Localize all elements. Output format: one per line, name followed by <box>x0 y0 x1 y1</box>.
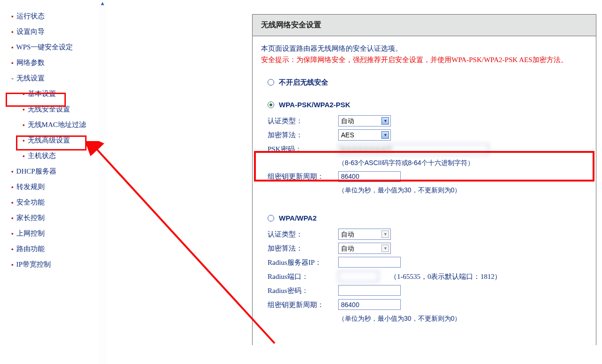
radius-ip-label: Radius服务器IP： <box>268 257 338 268</box>
bullet-icon: • <box>23 106 25 113</box>
radio-wpa-label: WPA/WPA2 <box>279 213 317 224</box>
nav-wireless-basic[interactable]: •基本设置 <box>0 86 99 102</box>
main-content: 无线网络安全设置 本页面设置路由器无线网络的安全认证选项。 安全提示：为保障网络… <box>107 0 602 364</box>
radio-disable-label: 不开启无线安全 <box>279 77 328 88</box>
wpa-rekey-hint: （单位为秒，最小值为30，不更新则为0） <box>338 313 587 324</box>
sidebar: •运行状态 •设置向导 •WPS一键安全设定 •网络参数 -无线设置 •基本设置… <box>0 0 99 364</box>
wpa-auth-label: 认证类型： <box>268 229 338 240</box>
psk-password-input[interactable]: ● ● ● ● ● ● ● ● 9 <box>338 144 489 155</box>
nav-forwarding[interactable]: •转发规则 <box>0 179 99 195</box>
wpapsk-enc-select[interactable]: AES ▾ <box>338 129 391 141</box>
nav-host-status[interactable]: •主机状态 <box>0 148 99 164</box>
psk-label: PSK密码： <box>268 143 338 155</box>
chevron-down-icon: ▾ <box>381 245 389 252</box>
bullet-icon: • <box>11 245 14 253</box>
nav-setup-wizard[interactable]: •设置向导 <box>0 24 99 40</box>
radius-port-hint: （1-65535，0表示默认端口：1812） <box>390 271 502 282</box>
nav-wireless-advanced[interactable]: •无线高级设置 <box>0 133 99 148</box>
wpa-enc-select[interactable]: 自动 ▾ <box>338 243 391 254</box>
bullet-icon: • <box>23 121 25 128</box>
nav-routing[interactable]: •路由功能 <box>0 241 99 257</box>
nav-runtime-status[interactable]: •运行状态 <box>0 8 99 24</box>
bullet-icon: • <box>11 199 14 206</box>
nav-wireless[interactable]: -无线设置 <box>0 71 99 86</box>
radius-pwd-input[interactable] <box>338 285 401 296</box>
nav-dhcp[interactable]: •DHCP服务器 <box>0 164 99 179</box>
wpapsk-enc-label: 加密算法： <box>268 129 338 141</box>
radio-disable-security[interactable] <box>268 79 274 86</box>
bullet-icon: • <box>11 168 14 175</box>
bullet-icon: • <box>11 183 14 190</box>
chevron-down-icon: ▾ <box>381 117 389 125</box>
wpapsk-auth-select[interactable]: 自动 ▾ <box>338 115 391 127</box>
bullet-icon: • <box>11 59 14 66</box>
bullet-icon: • <box>11 214 14 222</box>
radio-wpapsk[interactable] <box>268 102 274 108</box>
wpapsk-rekey-hint: （单位为秒，最小值为30，不更新则为0） <box>338 185 587 195</box>
bullet-icon: • <box>11 230 14 237</box>
bullet-icon: • <box>11 28 14 35</box>
wpa-rekey-label: 组密钥更新周期： <box>268 299 338 310</box>
wpa-enc-label: 加密算法： <box>268 243 338 254</box>
scrollbar[interactable]: ▲ <box>99 0 107 364</box>
minus-icon: - <box>11 74 14 82</box>
nav-parental[interactable]: •家长控制 <box>0 210 99 226</box>
bullet-icon: • <box>23 90 25 97</box>
radio-wpa[interactable] <box>268 215 274 222</box>
nav-bandwidth[interactable]: •IP带宽控制 <box>0 257 99 272</box>
radius-port-input[interactable] <box>338 271 379 282</box>
nav-access-control[interactable]: •上网控制 <box>0 226 99 241</box>
nav-wireless-security[interactable]: •无线安全设置 <box>0 102 99 117</box>
wpapsk-rekey-input[interactable]: 86400 <box>338 171 401 182</box>
radius-ip-input[interactable] <box>338 257 401 268</box>
wpa-rekey-input[interactable]: 86400 <box>338 299 401 310</box>
panel-intro: 本页面设置路由器无线网络的安全认证选项。 <box>261 43 587 54</box>
nav-network-params[interactable]: •网络参数 <box>0 55 99 71</box>
psk-hint: （8-63个ASCII码字符或8-64个十六进制字符） <box>338 158 587 168</box>
bullet-icon: • <box>23 137 25 144</box>
bullet-icon: • <box>11 13 14 20</box>
radio-wpapsk-label: WPA-PSK/WPA2-PSK <box>279 99 350 111</box>
wireless-security-panel: 无线网络安全设置 本页面设置路由器无线网络的安全认证选项。 安全提示：为保障网络… <box>252 14 596 345</box>
bullet-icon: • <box>11 44 14 51</box>
chevron-down-icon: ▾ <box>381 230 389 238</box>
nav-wps[interactable]: •WPS一键安全设定 <box>0 40 99 55</box>
nav-wireless-mac[interactable]: •无线MAC地址过滤 <box>0 117 99 133</box>
scroll-up-icon[interactable]: ▲ <box>100 0 105 7</box>
chevron-down-icon: ▾ <box>381 131 389 139</box>
radius-pwd-label: Radius密码： <box>268 285 338 296</box>
nav-security[interactable]: •安全功能 <box>0 195 99 210</box>
wpapsk-auth-label: 认证类型： <box>268 115 338 127</box>
bullet-icon: • <box>23 152 25 159</box>
panel-warning: 安全提示：为保障网络安全，强烈推荐开启安全设置，并使用WPA-PSK/WPA2-… <box>261 54 587 65</box>
wpa-auth-select[interactable]: 自动 ▾ <box>338 229 391 240</box>
bullet-icon: • <box>11 261 14 268</box>
panel-title: 无线网络安全设置 <box>253 15 596 36</box>
radius-port-label: Radius端口： <box>268 271 338 282</box>
wpapsk-rekey-label: 组密钥更新周期： <box>268 171 338 182</box>
